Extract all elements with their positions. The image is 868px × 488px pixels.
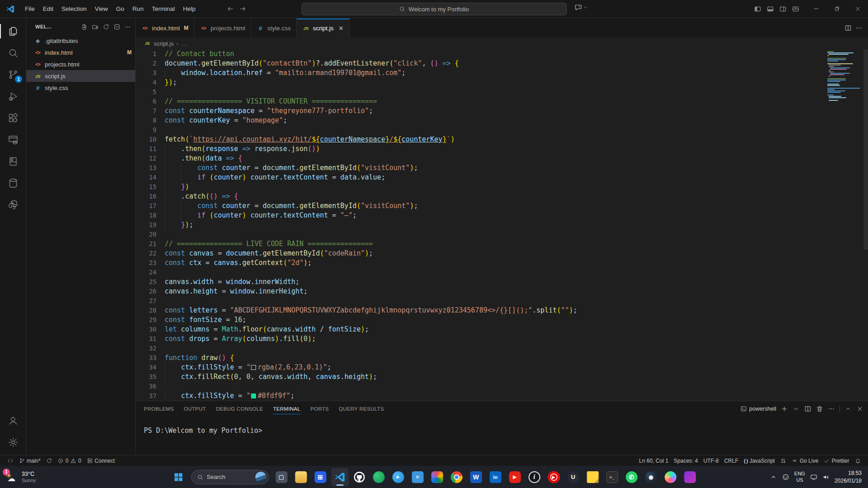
activitybar-database[interactable] xyxy=(0,172,26,194)
code-line[interactable]: 1// Contact button xyxy=(136,49,868,59)
code-line[interactable]: 34 ctx.fillStyle = "rgba(2,6,23,0.1)"; xyxy=(136,363,868,372)
notepad-app[interactable]: ≡ xyxy=(409,468,426,486)
linkedin-app[interactable]: in xyxy=(487,468,504,486)
tab-index.html[interactable]: <>index.htmlM xyxy=(136,19,194,38)
code-line[interactable]: 4}); xyxy=(136,78,868,87)
activitybar-account[interactable] xyxy=(0,410,26,431)
code-line[interactable]: 12 .then(data => { xyxy=(136,154,868,163)
code-line[interactable]: 19 }); xyxy=(136,220,868,230)
split-editor-icon[interactable] xyxy=(844,24,852,32)
tray-status-icon[interactable] xyxy=(782,474,789,481)
more-actions-icon[interactable] xyxy=(123,22,133,32)
file-item-index.html[interactable]: <>index.htmlM xyxy=(26,47,135,58)
youtube-app[interactable]: ▶ xyxy=(506,468,523,486)
code-line[interactable]: 32 xyxy=(136,344,868,353)
code-line[interactable]: 6// ================ VISITOR COUNTER ===… xyxy=(136,97,868,106)
status-go-live[interactable]: Go Live xyxy=(789,458,821,464)
copilot-app[interactable] xyxy=(662,468,679,486)
close-panel-icon[interactable] xyxy=(856,405,863,412)
code-line[interactable]: 21// ================ LIVE CODE RAIN ===… xyxy=(136,239,868,249)
green-app[interactable] xyxy=(370,468,387,486)
customize-layout-icon[interactable] xyxy=(790,4,801,14)
code-line[interactable]: 33function draw() { xyxy=(136,353,868,363)
status-sql-connect[interactable]: Connect xyxy=(84,455,118,466)
chrome-app[interactable] xyxy=(448,468,465,486)
file-item-projects.html[interactable]: <>projects.html xyxy=(26,58,135,70)
menu-go[interactable]: Go xyxy=(112,0,128,18)
language-indicator[interactable]: ENG US xyxy=(794,471,805,483)
status-sync-changes[interactable] xyxy=(43,455,55,466)
code-line[interactable]: 18 if (counter) counter.textContent = "–… xyxy=(136,211,868,220)
status-prettier[interactable]: Prettier xyxy=(821,458,852,464)
collapse-folders-icon[interactable] xyxy=(112,22,122,32)
close-tab-icon[interactable]: ✕ xyxy=(339,25,344,32)
ushield-app[interactable]: U xyxy=(564,468,582,486)
tab-style.css[interactable]: #style.css xyxy=(251,19,297,38)
code-line[interactable]: 23const ctx = canvas.getContext("2d"); xyxy=(136,258,868,268)
editor-more-actions-icon[interactable] xyxy=(855,24,863,32)
activitybar-notebooks[interactable] xyxy=(0,151,26,172)
status-git-branch[interactable]: main* xyxy=(16,455,43,466)
code-line[interactable]: 15 }) xyxy=(136,182,868,192)
status-errors-warnings[interactable]: 00 xyxy=(55,455,84,466)
code-line[interactable]: 13 const counter = document.getElementBy… xyxy=(136,163,868,173)
kill-terminal-icon[interactable] xyxy=(816,405,823,412)
maximize-panel-icon[interactable] xyxy=(844,405,852,412)
shell-selector[interactable]: powershell xyxy=(740,406,776,412)
forward-icon[interactable] xyxy=(239,5,247,13)
code-line[interactable]: 31const drops = Array(columns).fill(0); xyxy=(136,334,868,344)
code-line[interactable]: 14 if (counter) counter.textContent = da… xyxy=(136,173,868,182)
code-line[interactable]: 9 xyxy=(136,125,868,135)
info-app[interactable]: i xyxy=(526,468,543,486)
toggle-panel-icon[interactable] xyxy=(765,4,776,14)
code-line[interactable]: 16 .catch(() => { xyxy=(136,192,868,201)
status-cursor-position[interactable]: Ln 60, Col 1 xyxy=(636,458,671,464)
status-eol[interactable]: CRLF xyxy=(721,458,741,464)
file-explorer-app[interactable] xyxy=(292,468,309,486)
panel-tab-problems[interactable]: PROBLEMS xyxy=(144,401,174,417)
youtube-music-app[interactable]: ▶ xyxy=(545,468,562,486)
start-button[interactable] xyxy=(170,468,187,486)
m365-app[interactable] xyxy=(681,468,698,486)
activitybar-search[interactable] xyxy=(0,42,26,64)
code-line[interactable]: 35 ctx.fillRect(0, 0, canvas.width, canv… xyxy=(136,372,868,382)
terminal-dropdown-icon[interactable] xyxy=(792,405,800,412)
word-app[interactable]: W xyxy=(467,468,484,486)
terminal-app[interactable]: >_ xyxy=(603,468,621,486)
menu-edit[interactable]: Edit xyxy=(39,0,57,18)
code-line[interactable]: 5 xyxy=(136,87,868,97)
close-button[interactable] xyxy=(847,0,868,18)
code-line[interactable]: 10fetch(`https://api.countapi.xyz/hit/${… xyxy=(136,135,868,144)
code-line[interactable]: 22const canvas = document.getElementById… xyxy=(136,249,868,258)
system-monitor-app[interactable]: ▢ xyxy=(273,468,290,486)
code-line[interactable]: 8const counterKey = "homepage"; xyxy=(136,116,868,125)
code-editor[interactable]: 1// Contact button2document.getElementBy… xyxy=(136,49,868,401)
code-line[interactable]: 29const fontSize = 16; xyxy=(136,315,868,325)
status-notifications-bell[interactable] xyxy=(852,458,864,464)
activitybar-remote-explorer[interactable] xyxy=(0,129,26,151)
code-line[interactable]: 36 xyxy=(136,382,868,391)
tray-expand-icon[interactable] xyxy=(770,474,777,481)
new-file-icon[interactable] xyxy=(80,22,89,32)
new-folder-icon[interactable] xyxy=(90,22,100,32)
minimize-button[interactable] xyxy=(806,0,826,18)
panel-tab-debug-console[interactable]: DEBUG CONSOLE xyxy=(216,401,263,417)
code-line[interactable]: 7const counterNamespace = "thegreyone777… xyxy=(136,106,868,116)
code-line[interactable]: 17 const counter = document.getElementBy… xyxy=(136,201,868,211)
editor-scrollbar[interactable] xyxy=(863,49,868,250)
activitybar-explorer[interactable] xyxy=(0,20,26,42)
refresh-explorer-icon[interactable] xyxy=(101,22,111,32)
activitybar-extensions[interactable] xyxy=(0,107,26,129)
minimap[interactable] xyxy=(827,51,863,101)
blue-messenger-app[interactable]: ▸ xyxy=(389,468,407,486)
activitybar-source-control[interactable]: 1 xyxy=(0,64,26,85)
status-indentation[interactable]: Spaces: 4 xyxy=(671,458,701,464)
split-terminal-icon[interactable] xyxy=(804,405,811,412)
taskbar-search[interactable]: Search xyxy=(191,470,269,484)
code-line[interactable]: 28const letters = "ABCDEFGHIJKLMNOPQRSTU… xyxy=(136,306,868,315)
store-app[interactable]: ⊞ xyxy=(312,468,329,486)
panel-tab-ports[interactable]: PORTS xyxy=(310,401,329,417)
code-line[interactable]: 37 ctx.fillStyle = "#0fdf9f"; xyxy=(136,391,868,401)
activitybar-run-and-debug[interactable] xyxy=(0,85,26,107)
tab-script.js[interactable]: JSscript.js✕ xyxy=(297,19,350,38)
